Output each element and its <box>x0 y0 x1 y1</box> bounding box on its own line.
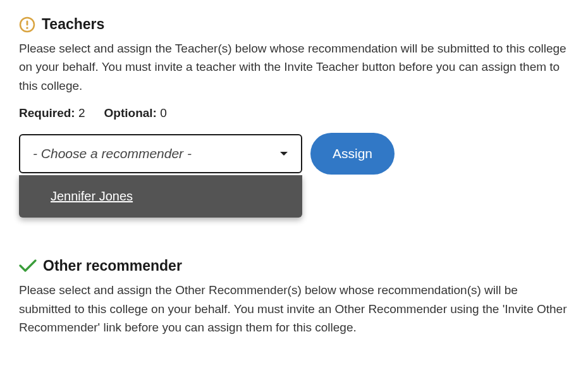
dropdown-placeholder: - Choose a recommender - <box>33 146 192 161</box>
required-value: 2 <box>78 106 85 120</box>
other-recommender-section: Other recommender Please select and assi… <box>19 257 569 336</box>
check-icon <box>19 257 37 274</box>
optional-count: Optional: 0 <box>104 106 167 120</box>
other-description: Please select and assign the Other Recom… <box>19 281 569 336</box>
teachers-description: Please select and assign the Teacher(s) … <box>19 39 569 95</box>
optional-value: 0 <box>160 106 167 120</box>
required-label: Required: <box>19 106 75 120</box>
dropdown-menu: Jennifer Jones <box>19 175 302 218</box>
alert-icon <box>19 16 35 33</box>
svg-rect-1 <box>27 20 28 25</box>
dropdown-option-jennifer-jones[interactable]: Jennifer Jones <box>19 187 302 206</box>
optional-label: Optional: <box>104 106 157 120</box>
recommender-dropdown[interactable]: - Choose a recommender - <box>19 134 302 173</box>
other-header: Other recommender <box>19 257 569 274</box>
required-count: Required: 2 <box>19 106 85 120</box>
teachers-counts: Required: 2 Optional: 0 <box>19 106 569 120</box>
other-title: Other recommender <box>43 257 182 274</box>
recommender-dropdown-wrapper: - Choose a recommender - Jennifer Jones <box>19 134 302 173</box>
teachers-title: Teachers <box>42 16 104 33</box>
teachers-section: Teachers Please select and assign the Te… <box>19 16 569 175</box>
svg-point-2 <box>26 27 28 28</box>
chevron-down-icon <box>279 151 288 157</box>
assign-button[interactable]: Assign <box>310 133 395 175</box>
teachers-header: Teachers <box>19 16 569 33</box>
assign-row: - Choose a recommender - Jennifer Jones … <box>19 133 569 175</box>
